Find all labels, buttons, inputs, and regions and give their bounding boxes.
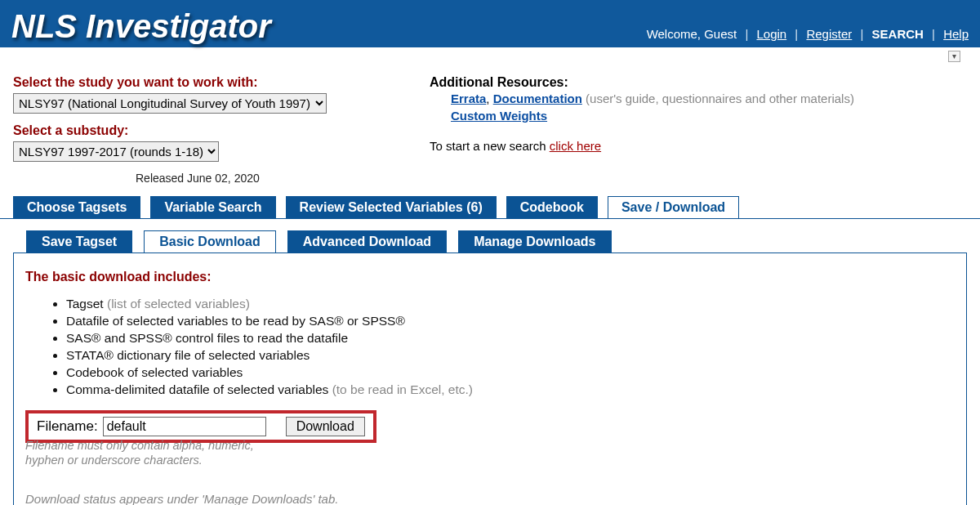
search-link[interactable]: SEARCH xyxy=(872,27,924,41)
tab-basic-download[interactable]: Basic Download xyxy=(144,230,276,253)
tab-advanced-download[interactable]: Advanced Download xyxy=(287,230,447,253)
help-link[interactable]: Help xyxy=(943,27,969,41)
list-item: STATA® dictionary file of selected varia… xyxy=(66,347,955,364)
download-button[interactable]: Download xyxy=(286,417,365,436)
upper-controls: Select the study you want to work with: … xyxy=(0,62,980,188)
tab-save-download[interactable]: Save / Download xyxy=(608,196,739,219)
custom-weights-link[interactable]: Custom Weights xyxy=(451,109,547,123)
tab-codebook[interactable]: Codebook xyxy=(506,196,598,219)
content-panel: The basic download includes: Tagset (lis… xyxy=(13,252,967,505)
app-header: NLS Investigator Welcome, Guest | Login … xyxy=(0,0,980,47)
resources-heading: Additional Resources: xyxy=(430,75,967,90)
list-item: Codebook of selected variables xyxy=(66,364,955,382)
substudy-label: Select a substudy: xyxy=(13,123,397,138)
documentation-link[interactable]: Documentation xyxy=(493,92,582,105)
includes-list: Tagset (list of selected variables) Data… xyxy=(66,296,955,399)
list-item: SAS® and SPSS® control files to read the… xyxy=(66,330,955,347)
register-link[interactable]: Register xyxy=(806,27,852,41)
primary-tabs: Choose Tagsets Variable Search Review Se… xyxy=(0,196,980,219)
tab-review-selected[interactable]: Review Selected Variables (6) xyxy=(286,196,497,219)
filename-input[interactable] xyxy=(103,417,266,436)
study-label: Select the study you want to work with: xyxy=(13,75,397,90)
filename-label: Filename: xyxy=(37,418,98,435)
download-note: Download status appears under 'Manage Do… xyxy=(25,491,955,505)
list-item: Tagset (list of selected variables) xyxy=(66,296,955,313)
doc-note: (user's guide, questionnaires and other … xyxy=(586,92,854,105)
app-title: NLS Investigator xyxy=(11,10,271,42)
tab-manage-downloads[interactable]: Manage Downloads xyxy=(458,230,611,253)
top-nav: Welcome, Guest | Login | Register | SEAR… xyxy=(647,27,969,41)
login-link[interactable]: Login xyxy=(756,27,786,41)
secondary-tabs: Save Tagset Basic Download Advanced Down… xyxy=(26,230,967,253)
list-item: Datafile of selected variables to be rea… xyxy=(66,313,955,330)
tab-save-tagset[interactable]: Save Tagset xyxy=(26,230,132,253)
tab-choose-tagsets[interactable]: Choose Tagsets xyxy=(13,196,140,219)
collapse-icon[interactable]: ▾ xyxy=(948,51,960,62)
list-item: Comma-delimited datafile of selected var… xyxy=(66,382,955,399)
substudy-select[interactable]: NLSY97 1997-2017 (rounds 1-18) xyxy=(13,141,219,162)
start-search: To start a new search click here xyxy=(430,139,967,153)
tab-variable-search[interactable]: Variable Search xyxy=(150,196,275,219)
study-select[interactable]: NLSY97 (National Longitudinal Survey of … xyxy=(13,93,327,114)
content-title: The basic download includes: xyxy=(25,270,955,284)
welcome-text: Welcome, Guest xyxy=(647,27,737,41)
filename-hint: Filename must only contain alpha, numeri… xyxy=(25,438,955,469)
errata-link[interactable]: Errata xyxy=(451,92,486,105)
released-text: Released June 02, 2020 xyxy=(136,172,397,185)
start-search-link[interactable]: click here xyxy=(550,139,601,153)
